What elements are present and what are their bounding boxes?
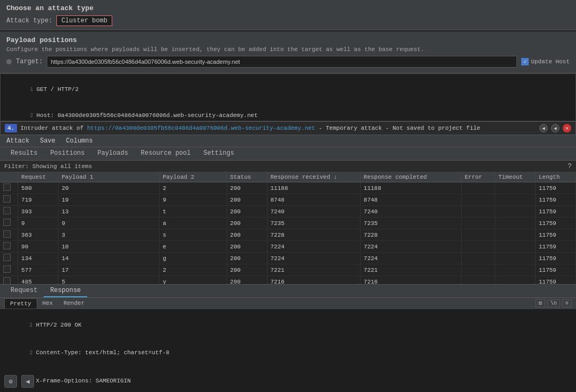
th-status[interactable]: Status — [227, 172, 267, 182]
row-error — [461, 276, 495, 285]
row-checkbox[interactable] — [0, 253, 18, 264]
row-timeout — [495, 218, 536, 229]
target-input[interactable] — [47, 56, 517, 68]
row-checkbox[interactable] — [0, 182, 18, 194]
table-row[interactable]: 9 9 a 200 7235 7235 11759 — [0, 218, 576, 229]
response-actions: ⊞ \n ≡ — [531, 298, 576, 308]
tab-results[interactable]: Results — [4, 147, 44, 160]
row-payload1: 13 — [59, 206, 160, 218]
tab-resource-pool[interactable]: Resource pool — [135, 147, 197, 160]
menu-item-attack[interactable]: Attack — [4, 136, 31, 146]
intruder-banner: 4. Intruder attack of https://0a4300de03… — [0, 121, 576, 135]
row-payload1: 20 — [59, 182, 160, 194]
tab-positions[interactable]: Positions — [44, 147, 91, 160]
attack-type-label: Attack type: — [6, 17, 52, 24]
row-response-completed: 7228 — [360, 229, 461, 241]
row-checkbox[interactable] — [0, 241, 18, 253]
results-table: Request Payload 1 Payload 2 Status Respo… — [0, 172, 576, 284]
row-timeout — [495, 241, 536, 253]
action-grid-icon[interactable]: ⊞ — [536, 299, 545, 307]
th-request[interactable]: Request — [18, 172, 59, 182]
th-length[interactable]: Length — [535, 172, 575, 182]
row-payload2: y — [159, 276, 227, 285]
back-icon[interactable]: ◀ — [21, 375, 34, 388]
row-request: 719 — [18, 194, 59, 206]
th-error[interactable]: Error — [461, 172, 495, 182]
row-checkbox[interactable] — [0, 276, 18, 285]
row-length: 11759 — [535, 264, 575, 276]
row-checkbox[interactable] — [0, 206, 18, 218]
close-button[interactable]: ✕ — [563, 124, 571, 132]
row-checkbox[interactable] — [0, 229, 18, 241]
row-length: 11759 — [535, 182, 575, 194]
settings-icon[interactable]: ⚙ — [4, 375, 17, 388]
table-row[interactable]: 485 5 y 200 7216 7216 11759 — [0, 276, 576, 285]
table-row[interactable]: 580 20 2 200 11188 11188 11759 — [0, 182, 576, 194]
row-request: 393 — [18, 206, 59, 218]
tab-payloads[interactable]: Payloads — [91, 147, 135, 160]
row-response-received: 8748 — [267, 194, 360, 206]
row-request: 90 — [18, 241, 59, 253]
row-payload2: 9 — [159, 194, 227, 206]
row-response-completed: 7240 — [360, 206, 461, 218]
table-row[interactable]: 363 3 s 200 7228 7228 11759 — [0, 229, 576, 241]
restore-button[interactable]: ◀ — [551, 124, 560, 132]
row-timeout — [495, 253, 536, 264]
row-checkbox[interactable] — [0, 218, 18, 229]
row-payload1: 14 — [59, 253, 160, 264]
update-host-label: Update Host — [531, 59, 570, 65]
response-tab-render[interactable]: Render — [58, 298, 90, 308]
row-response-completed: 7224 — [360, 253, 461, 264]
th-payload2[interactable]: Payload 2 — [159, 172, 227, 182]
minimize-button[interactable]: ◀ — [539, 124, 548, 132]
filter-help-icon[interactable]: ? — [567, 162, 572, 170]
tab-settings[interactable]: Settings — [197, 147, 240, 160]
row-checkbox[interactable] — [0, 264, 18, 276]
row-payload2: s — [159, 229, 227, 241]
response-tab-pretty[interactable]: Pretty — [4, 298, 37, 308]
update-host-checkbox[interactable]: ✓ — [521, 58, 529, 65]
row-payload1: 17 — [59, 264, 160, 276]
http-line-2: 2Host: 0a4300de0305fb56c0486d4a0076006d.… — [3, 103, 573, 122]
table-row[interactable]: 719 19 9 200 8748 8748 11759 — [0, 194, 576, 206]
row-response-received: 7221 — [267, 264, 360, 276]
row-payload2: g — [159, 253, 227, 264]
results-table-container[interactable]: Request Payload 1 Payload 2 Status Respo… — [0, 172, 576, 284]
row-response-received: 11188 — [267, 182, 360, 194]
row-payload1: 3 — [59, 229, 160, 241]
th-payload1[interactable]: Payload 1 — [59, 172, 160, 182]
row-response-received: 7235 — [267, 218, 360, 229]
table-row[interactable]: 577 17 2 200 7221 7221 11759 — [0, 264, 576, 276]
row-error — [461, 218, 495, 229]
row-payload2: e — [159, 241, 227, 253]
bottom-tab-response[interactable]: Response — [44, 285, 87, 297]
intruder-text: Intruder attack of https://0a4300de0305f… — [20, 125, 536, 131]
row-length: 11759 — [535, 276, 575, 285]
th-response-received[interactable]: Response received ↓ — [267, 172, 360, 182]
row-response-received: 7240 — [267, 206, 360, 218]
table-row[interactable]: 134 14 g 200 7224 7224 11759 — [0, 253, 576, 264]
bottom-tab-request[interactable]: Request — [4, 285, 44, 297]
action-newline-icon[interactable]: \n — [547, 299, 560, 307]
intruder-url[interactable]: https://0a4300de0305fb56c0486d4a0076006d… — [87, 125, 315, 131]
menu-item-columns[interactable]: Columns — [64, 136, 95, 146]
menu-item-save[interactable]: Save — [38, 136, 57, 146]
table-row[interactable]: 393 13 t 200 7240 7240 11759 — [0, 206, 576, 218]
row-response-completed: 11188 — [360, 182, 461, 194]
response-tab-hex[interactable]: Hex — [37, 298, 59, 308]
row-error — [461, 194, 495, 206]
row-response-received: 7224 — [267, 253, 360, 264]
attack-type-value[interactable]: Cluster bomb — [56, 15, 112, 26]
menu-bar: Attack Save Columns — [0, 135, 576, 147]
update-host-row: ✓ Update Host — [521, 58, 570, 65]
row-response-received: 7228 — [267, 229, 360, 241]
row-status: 200 — [227, 253, 267, 264]
row-status: 200 — [227, 264, 267, 276]
response-tabs-row: Pretty Hex Render ⊞ \n ≡ — [0, 298, 576, 309]
action-menu-icon[interactable]: ≡ — [562, 299, 572, 307]
th-timeout[interactable]: Timeout — [495, 172, 536, 182]
table-row[interactable]: 90 10 e 200 7224 7224 11759 — [0, 241, 576, 253]
row-checkbox[interactable] — [0, 194, 18, 206]
row-payload1: 19 — [59, 194, 160, 206]
th-response-completed[interactable]: Response completed — [360, 172, 461, 182]
